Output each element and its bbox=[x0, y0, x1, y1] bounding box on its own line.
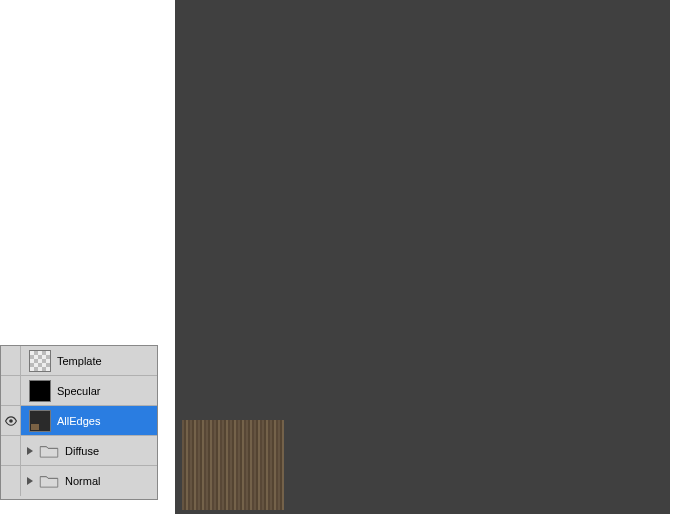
svg-rect-3 bbox=[463, 15, 481, 95]
visibility-toggle[interactable] bbox=[1, 436, 21, 465]
svg-rect-36 bbox=[230, 224, 262, 234]
svg-point-12 bbox=[579, 40, 599, 60]
svg-rect-62 bbox=[555, 425, 635, 433]
svg-rect-6 bbox=[521, 15, 529, 95]
layer-group-normal[interactable]: Normal bbox=[1, 466, 157, 496]
svg-point-20 bbox=[627, 88, 647, 108]
visibility-toggle[interactable] bbox=[1, 376, 21, 405]
layer-label: Diffuse bbox=[65, 445, 99, 457]
triangle-right-icon bbox=[27, 477, 33, 485]
svg-point-16 bbox=[603, 64, 623, 84]
svg-rect-24 bbox=[185, 155, 235, 183]
triangle-right-icon bbox=[27, 447, 33, 455]
svg-rect-26 bbox=[263, 155, 313, 175]
layer-label: Specular bbox=[57, 385, 100, 397]
layer-thumbnail[interactable] bbox=[29, 380, 51, 402]
svg-point-9 bbox=[579, 16, 599, 36]
eye-icon bbox=[4, 416, 18, 426]
svg-rect-48 bbox=[237, 320, 657, 332]
svg-rect-34 bbox=[230, 200, 262, 210]
svg-point-14 bbox=[627, 40, 647, 60]
svg-rect-68 bbox=[395, 495, 475, 503]
expand-toggle[interactable] bbox=[23, 477, 37, 485]
svg-rect-27 bbox=[325, 148, 345, 168]
svg-rect-44 bbox=[405, 256, 475, 274]
svg-rect-51 bbox=[335, 342, 435, 354]
svg-point-11 bbox=[627, 16, 647, 36]
svg-rect-5 bbox=[505, 15, 517, 95]
svg-rect-28 bbox=[355, 148, 445, 176]
svg-point-10 bbox=[603, 16, 623, 36]
svg-rect-52 bbox=[455, 342, 515, 354]
layer-row-specular[interactable]: Specular bbox=[1, 376, 157, 406]
layer-row-template[interactable]: Template bbox=[1, 346, 157, 376]
svg-point-45 bbox=[507, 258, 523, 274]
svg-point-17 bbox=[627, 64, 647, 84]
layer-thumbnail[interactable] bbox=[29, 350, 51, 372]
layer-thumbnail[interactable] bbox=[29, 410, 51, 432]
svg-point-21 bbox=[216, 123, 234, 141]
svg-rect-47 bbox=[237, 288, 657, 316]
svg-rect-0 bbox=[190, 8, 232, 148]
svg-rect-38 bbox=[270, 200, 655, 232]
layer-row-alledges[interactable]: AllEdges bbox=[1, 406, 157, 436]
svg-rect-61 bbox=[475, 425, 535, 433]
svg-rect-41 bbox=[207, 258, 229, 368]
svg-rect-1 bbox=[243, 8, 253, 148]
svg-rect-37 bbox=[230, 236, 262, 246]
folder-icon bbox=[39, 444, 59, 458]
svg-rect-60 bbox=[395, 425, 455, 433]
layer-label: AllEdges bbox=[57, 415, 100, 427]
svg-point-70 bbox=[9, 419, 13, 423]
svg-rect-39 bbox=[183, 248, 192, 368]
svg-point-29 bbox=[457, 150, 477, 170]
svg-point-13 bbox=[603, 40, 623, 60]
svg-point-22 bbox=[269, 124, 285, 140]
svg-rect-69 bbox=[495, 495, 635, 503]
svg-rect-55 bbox=[237, 358, 257, 376]
layer-label: Template bbox=[57, 355, 102, 367]
svg-rect-25 bbox=[237, 155, 257, 183]
svg-rect-32 bbox=[565, 145, 640, 183]
svg-point-15 bbox=[579, 64, 599, 84]
svg-rect-2 bbox=[447, 15, 455, 95]
visibility-toggle[interactable] bbox=[1, 466, 21, 496]
svg-rect-64 bbox=[315, 452, 635, 460]
svg-rect-56 bbox=[263, 358, 643, 376]
svg-rect-35 bbox=[230, 212, 262, 222]
svg-point-23 bbox=[289, 122, 321, 142]
svg-rect-63 bbox=[315, 440, 635, 448]
svg-rect-65 bbox=[290, 472, 660, 488]
svg-point-30 bbox=[480, 153, 494, 167]
svg-rect-46 bbox=[535, 256, 645, 274]
layers-panel: Template Specular AllEdges Diffuse bbox=[0, 345, 158, 500]
visibility-toggle[interactable] bbox=[1, 346, 21, 375]
svg-rect-50 bbox=[265, 342, 325, 354]
svg-point-31 bbox=[507, 142, 543, 178]
layer-label: Normal bbox=[65, 475, 100, 487]
svg-rect-67 bbox=[305, 495, 385, 503]
svg-point-18 bbox=[579, 88, 599, 108]
svg-rect-40 bbox=[195, 248, 204, 368]
wood-texture-swatch bbox=[182, 420, 284, 510]
svg-rect-7 bbox=[535, 15, 557, 95]
expand-toggle[interactable] bbox=[23, 447, 37, 455]
svg-point-19 bbox=[603, 88, 623, 108]
layer-group-diffuse[interactable]: Diffuse bbox=[1, 436, 157, 466]
svg-rect-4 bbox=[487, 15, 495, 95]
svg-rect-57 bbox=[290, 395, 660, 413]
svg-rect-43 bbox=[305, 256, 385, 274]
folder-icon bbox=[39, 474, 59, 488]
svg-rect-33 bbox=[230, 188, 262, 198]
svg-rect-8 bbox=[570, 8, 655, 120]
canvas-uv-view[interactable] bbox=[175, 0, 670, 514]
svg-rect-59 bbox=[315, 425, 385, 433]
visibility-toggle[interactable] bbox=[1, 406, 21, 435]
svg-rect-53 bbox=[525, 342, 645, 354]
